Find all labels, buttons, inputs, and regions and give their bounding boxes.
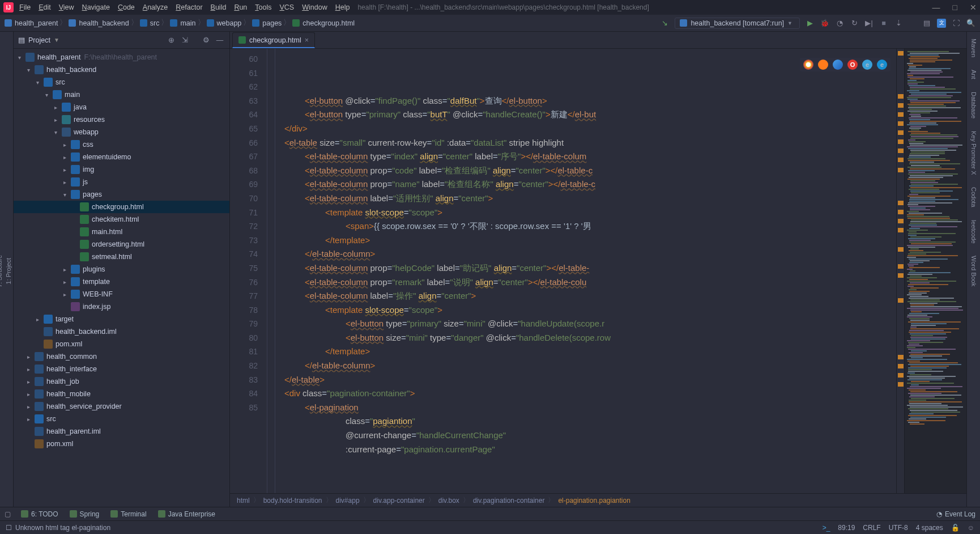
tree-node[interactable]: ▸css	[14, 138, 229, 151]
tree-node[interactable]: ▸plugins	[14, 263, 229, 276]
minimap[interactable]	[904, 49, 966, 493]
tree-arrow-icon[interactable]: ▾	[25, 67, 32, 73]
tree-arrow-icon[interactable]: ▸	[25, 379, 32, 385]
menu-refactor[interactable]: Refactor	[176, 3, 202, 11]
right-tab-wordbook[interactable]: Word Book	[970, 253, 978, 289]
code-editor[interactable]: O e e <el-button @click="findPage()" cla…	[275, 49, 896, 493]
close-icon[interactable]: ✕	[970, 3, 977, 12]
maximize-icon[interactable]: □	[953, 3, 957, 12]
profile-icon[interactable]: ↻	[850, 19, 859, 28]
search-icon[interactable]: 🔍	[966, 19, 975, 28]
tree-node[interactable]: checkgroup.html	[14, 201, 229, 213]
html-crumb[interactable]: div.pagination-container	[473, 497, 545, 505]
run-icon[interactable]: ▶	[806, 19, 815, 28]
tree-node[interactable]: ▾health_backend	[14, 63, 229, 76]
vcs-update-icon[interactable]: ⇣	[894, 19, 903, 28]
coverage-icon[interactable]: ◔	[835, 19, 844, 28]
editor-tab-checkgroup[interactable]: checkgroup.html ×	[232, 32, 315, 48]
caret-position[interactable]: 89:19	[838, 524, 855, 532]
tree-node[interactable]: ▾main	[14, 88, 229, 101]
bottom-tool-spring[interactable]: Spring	[70, 510, 100, 518]
tree-node[interactable]: ▸health_service_provider	[14, 400, 229, 413]
menu-run[interactable]: Run	[234, 3, 247, 11]
indent-setting[interactable]: 4 spaces	[916, 524, 943, 532]
tree-arrow-icon[interactable]: ▸	[61, 142, 68, 148]
left-tab-1project[interactable]: 1: Project	[4, 253, 13, 289]
collapse-icon[interactable]: ⇲	[180, 35, 190, 45]
structure-icon[interactable]: ▤	[922, 19, 931, 28]
breadcrumb[interactable]: health_backend	[69, 19, 129, 27]
tree-node[interactable]: ▸health_common	[14, 350, 229, 363]
right-tab-ant[interactable]: Ant	[970, 67, 978, 82]
menu-tools[interactable]: Tools	[255, 3, 271, 11]
tree-node[interactable]: main.html	[14, 226, 229, 238]
tree-node[interactable]: health_backend.iml	[14, 325, 229, 338]
breadcrumb[interactable]: health_parent	[5, 19, 58, 27]
chevron-down-icon[interactable]: ▼	[54, 37, 59, 43]
tree-node[interactable]: health_parent.iml	[14, 425, 229, 438]
menu-window[interactable]: Window	[302, 3, 327, 11]
html-crumb[interactable]: div#app	[336, 497, 360, 505]
bottom-tool-terminal[interactable]: Terminal	[110, 510, 146, 518]
tree-arrow-icon[interactable]: ▸	[25, 404, 32, 410]
edge-icon[interactable]: e	[877, 60, 887, 70]
firefox-icon[interactable]	[818, 60, 828, 70]
menu-edit[interactable]: Edit	[39, 3, 51, 11]
tree-arrow-icon[interactable]: ▸	[34, 316, 41, 323]
tree-arrow-icon[interactable]: ▸	[52, 104, 59, 111]
tree-arrow-icon[interactable]: ▸	[52, 117, 59, 123]
readonly-lock-icon[interactable]: 🔓	[951, 524, 960, 532]
menu-navigate[interactable]: Navigate	[82, 3, 110, 11]
line-separator[interactable]: CRLF	[863, 524, 880, 532]
html-crumb[interactable]: body.hold-transition	[263, 497, 322, 505]
tree-node[interactable]: ▸java	[14, 101, 229, 113]
tree-arrow-icon[interactable]: ▸	[61, 167, 68, 173]
tree-arrow-icon[interactable]: ▾	[43, 92, 50, 98]
tree-arrow-icon[interactable]: ▾	[34, 79, 41, 86]
tree-arrow-icon[interactable]: ▸	[25, 391, 32, 397]
tree-node[interactable]: ▾health_parentF:\health\health_parent	[14, 51, 229, 63]
project-panel-title[interactable]: Project	[28, 36, 50, 44]
html-crumb[interactable]: html	[237, 497, 250, 505]
gear-icon[interactable]: ⚙	[201, 35, 211, 45]
tree-node[interactable]: ▸resources	[14, 113, 229, 126]
ie-icon[interactable]: e	[862, 60, 872, 70]
tree-node[interactable]: pom.xml	[14, 438, 229, 450]
tree-arrow-icon[interactable]: ▾	[16, 54, 23, 61]
right-tab-maven[interactable]: Maven	[970, 36, 978, 60]
hide-icon[interactable]: —	[215, 35, 225, 45]
tool-window-quick-icon[interactable]: ▢	[5, 510, 11, 518]
menu-file[interactable]: File	[19, 3, 31, 11]
menu-code[interactable]: Code	[118, 3, 135, 11]
tree-node[interactable]: ▾src	[14, 76, 229, 88]
stop-icon[interactable]: ■	[879, 19, 888, 28]
right-tab-codota[interactable]: Codota	[970, 185, 978, 209]
menu-build[interactable]: Build	[211, 3, 227, 11]
tree-node[interactable]: ▸target	[14, 313, 229, 325]
safari-icon[interactable]	[833, 60, 843, 70]
tree-arrow-icon[interactable]: ▸	[61, 266, 68, 273]
breadcrumb[interactable]: main	[170, 19, 195, 27]
tree-node[interactable]: checkitem.html	[14, 213, 229, 226]
tree-node[interactable]: ordersetting.html	[14, 238, 229, 251]
tree-node[interactable]: pom.xml	[14, 338, 229, 350]
html-crumb[interactable]: div.box	[438, 497, 459, 505]
close-tab-icon[interactable]: ×	[305, 36, 309, 44]
html-crumb[interactable]: el-pagination.pagiantion	[558, 497, 630, 505]
tree-arrow-icon[interactable]: ▾	[61, 192, 68, 198]
tree-node[interactable]: ▾webapp	[14, 126, 229, 138]
tree-arrow-icon[interactable]: ▸	[61, 154, 68, 160]
menu-analyze[interactable]: Analyze	[143, 3, 168, 11]
attach-icon[interactable]: ▶|	[864, 19, 874, 28]
right-tab-leetcode[interactable]: leetcode	[970, 218, 978, 246]
right-tab-keypromoterx[interactable]: Key Promoter X	[970, 129, 978, 177]
breadcrumb[interactable]: webapp	[207, 19, 242, 27]
tree-arrow-icon[interactable]: ▸	[25, 416, 32, 422]
tree-node[interactable]: setmeal.html	[14, 251, 229, 263]
chrome-icon[interactable]	[803, 60, 813, 70]
bottom-tool-javaenterprise[interactable]: Java Enterprise	[158, 510, 215, 518]
build-icon[interactable]: ↘	[660, 19, 669, 28]
tree-node[interactable]: ▸template	[14, 276, 229, 288]
line-gutter[interactable]: 6061626364656667686970717273747576777879…	[230, 49, 267, 493]
file-encoding[interactable]: UTF-8	[889, 524, 908, 532]
